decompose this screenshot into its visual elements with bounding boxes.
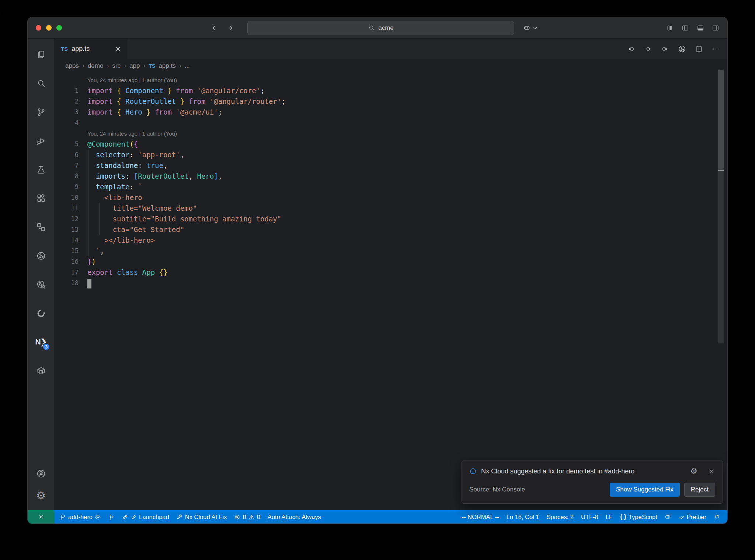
git-branch-item[interactable]: add-hero: [56, 510, 105, 524]
vim-mode-item[interactable]: -- NORMAL --: [458, 510, 502, 524]
line-text: standalone: true,: [87, 160, 167, 171]
more-actions-icon[interactable]: [712, 45, 720, 53]
line-text: template: `: [87, 182, 142, 192]
sidebar-item-testing[interactable]: [28, 155, 54, 184]
customize-layout-icon[interactable]: [667, 24, 674, 32]
code-line: 3import { Hero } from '@acme/ui';: [54, 107, 727, 118]
auto-attach-item[interactable]: Auto Attach: Always: [264, 510, 325, 524]
breadcrumb-item-demo[interactable]: demo: [88, 62, 104, 70]
settings-button[interactable]: ⚙: [28, 484, 54, 507]
line-number: 4: [54, 118, 87, 128]
sidebar-item-containers[interactable]: [28, 356, 54, 385]
breadcrumb-item-apps[interactable]: apps: [65, 62, 79, 70]
sidebar-item-nx-console[interactable]: N❯3: [28, 328, 54, 356]
back-icon[interactable]: [211, 24, 219, 32]
line-number: 3: [54, 107, 87, 118]
close-window-button[interactable]: [36, 25, 41, 31]
layout-controls: [667, 17, 719, 38]
sidebar-item-source-control[interactable]: [28, 98, 54, 126]
sidebar-item-explorer[interactable]: [28, 40, 54, 69]
sidebar-item-project-graph[interactable]: [28, 213, 54, 241]
line-text: import { RouterOutlet } from '@angular/r…: [87, 96, 286, 107]
copilot-status-item[interactable]: [661, 510, 675, 524]
cursor-position-item[interactable]: Ln 18, Col 1: [503, 510, 543, 524]
scrollbar-slider[interactable]: [718, 70, 724, 170]
indentation-item[interactable]: Spaces: 2: [543, 510, 577, 524]
sidebar-item-extensions[interactable]: [28, 184, 54, 213]
sidebar-item-edge-tools[interactable]: [28, 299, 54, 328]
sidebar-item-nx-cloud[interactable]: [28, 270, 54, 299]
indent-guide: [88, 150, 88, 256]
typescript-file-icon: TS: [149, 63, 155, 69]
show-suggested-fix-button[interactable]: Show Suggested Fix: [610, 483, 680, 497]
problems-item[interactable]: 00: [230, 510, 264, 524]
blame-text: You, 24 minutes ago | 1 author (You): [54, 128, 177, 139]
toggle-secondary-sidebar-icon[interactable]: [712, 24, 719, 32]
notifications-bell-item[interactable]: [710, 510, 724, 524]
line-number: 7: [54, 160, 87, 171]
git-graph-item[interactable]: [105, 510, 118, 524]
notification-close-icon[interactable]: [708, 468, 715, 475]
nx-run-target-icon[interactable]: [678, 45, 686, 53]
line-number: 10: [54, 192, 87, 203]
breadcrumb-separator: ›: [143, 62, 145, 70]
nx-circle-icon: [36, 251, 46, 261]
remote-indicator[interactable]: [28, 510, 55, 524]
double-check-icon: [678, 514, 685, 520]
code-line: 15 `,: [54, 246, 727, 256]
line-text: import { Component } from '@angular/core…: [87, 85, 265, 96]
copilot-icon: [523, 24, 530, 32]
breadcrumb-separator: ›: [179, 62, 181, 70]
notification-toast: Nx Cloud suggested a fix for demo:test i…: [462, 461, 723, 504]
line-text: selector: 'app-root',: [87, 150, 184, 160]
launchpad-item[interactable]: Launchpad: [118, 510, 173, 524]
edge-icon: [36, 308, 46, 318]
previous-change-icon[interactable]: [627, 45, 635, 53]
minimize-window-button[interactable]: [46, 25, 52, 31]
code-line: 17export class App {}: [54, 267, 727, 278]
prettier-item[interactable]: Prettier: [675, 510, 710, 524]
toggle-primary-sidebar-icon[interactable]: [682, 24, 689, 32]
forward-icon[interactable]: [227, 24, 234, 32]
notification-settings-icon[interactable]: ⚙: [690, 467, 697, 475]
vscode-window: acme N❯3 ⚙ TS app.ts: [28, 17, 727, 524]
notification-count-badge: 3: [42, 343, 50, 351]
eol-item[interactable]: LF: [602, 510, 616, 524]
accounts-button[interactable]: [28, 462, 54, 484]
git-branch-icon: [60, 514, 66, 520]
breadcrumb-item-src[interactable]: src: [112, 62, 121, 70]
search-icon: [36, 78, 46, 88]
line-number: 13: [54, 224, 87, 235]
search-icon: [368, 24, 375, 32]
line-number: 2: [54, 96, 87, 107]
code-editor[interactable]: You, 24 minutes ago | 1 author (You)1imp…: [54, 73, 727, 510]
tab-app-ts[interactable]: TS app.ts: [54, 39, 127, 59]
code-line: 2import { RouterOutlet } from '@angular/…: [54, 96, 727, 107]
breadcrumb-item-file[interactable]: app.ts: [159, 62, 175, 70]
blame-text: You, 24 minutes ago | 1 author (You): [54, 75, 177, 85]
sidebar-item-run-debug[interactable]: [28, 126, 54, 155]
scrollbar-track[interactable]: [718, 171, 724, 343]
copilot-menu[interactable]: [523, 17, 539, 38]
cloud-upload-icon: [95, 514, 101, 520]
line-number: 11: [54, 203, 87, 214]
breadcrumb-item-app[interactable]: app: [129, 62, 140, 70]
encoding-item[interactable]: UTF-8: [577, 510, 602, 524]
sidebar-item-nx-targets[interactable]: [28, 241, 54, 270]
close-tab-icon[interactable]: [114, 45, 122, 53]
code-line: 11 title="Welcmoe demo": [54, 203, 727, 214]
line-text: export class App {}: [87, 267, 167, 278]
zoom-window-button[interactable]: [56, 25, 62, 31]
code-line: 6 selector: 'app-root',: [54, 150, 727, 160]
reject-button[interactable]: Reject: [684, 483, 715, 497]
toggle-panel-icon[interactable]: [697, 24, 704, 32]
nx-cloud-ai-fix-item[interactable]: Nx Cloud AI Fix: [173, 510, 231, 524]
open-changes-icon[interactable]: [644, 45, 652, 53]
sidebar-item-search[interactable]: [28, 69, 54, 98]
language-item[interactable]: { }TypeScript: [616, 510, 661, 524]
command-center-search[interactable]: acme: [247, 21, 514, 35]
next-change-icon[interactable]: [661, 45, 669, 53]
breadcrumb-symbol-ellipsis[interactable]: ...: [185, 62, 190, 70]
split-editor-icon[interactable]: [695, 45, 703, 53]
error-icon: [234, 514, 240, 520]
